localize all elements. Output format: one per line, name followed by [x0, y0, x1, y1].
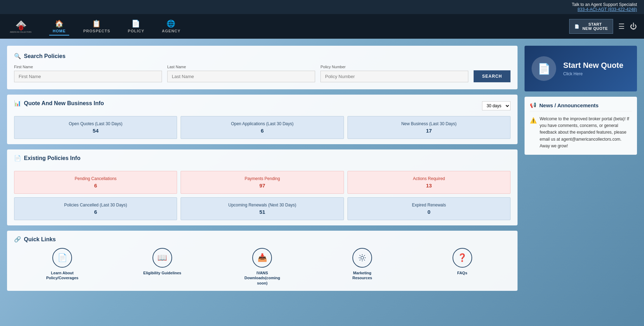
svg-point-7: [361, 256, 364, 259]
svg-line-14: [364, 255, 365, 256]
open-quotes-card[interactable]: Open Quotes (Last 30 Days) 54: [14, 116, 177, 139]
policy-number-input[interactable]: [320, 71, 468, 82]
search-icon: 🔍: [14, 53, 21, 59]
navigation: AMERICAN COLLECTORS 🏠 HOME 📋 PROSPECTS 📄…: [0, 14, 644, 39]
first-name-group: First Name: [14, 65, 162, 82]
start-quote-card[interactable]: 📄 Start New Quote Click Here: [525, 46, 637, 91]
svg-line-12: [360, 255, 360, 256]
policies-stats-grid: Pending Cancellations 6 Payments Pending…: [14, 171, 510, 220]
main-wrapper: 🔍 Search Policies First Name Last Name P…: [0, 39, 644, 326]
search-section: 🔍 Search Policies First Name Last Name P…: [7, 46, 518, 89]
warning-icon: ⚠️: [530, 116, 537, 149]
nav-agency[interactable]: 🌐 AGENCY: [158, 18, 184, 36]
new-business-card[interactable]: New Business (Last 30 Days) 17: [347, 116, 510, 139]
news-title: 📢 News / Announcements: [530, 102, 632, 111]
link-icon: 🔗: [14, 236, 21, 243]
svg-line-13: [364, 260, 365, 260]
quick-links-grid: 📄 Learn About Policy/Coverages 📖 Eligibi…: [14, 248, 510, 286]
open-applications-card[interactable]: Open Applications (Last 30 Days) 6: [181, 116, 344, 139]
quote-section-header: 📊 Quote And New Business Info 30 days 60…: [14, 100, 510, 112]
quick-link-ivans[interactable]: 📥 IVANS Downloads(coming soon): [243, 248, 281, 286]
phone-link[interactable]: 833-4-ACI-AGT (833-422-4248): [578, 7, 637, 12]
quick-link-marketing[interactable]: Marketing Resources: [343, 248, 382, 286]
chart-icon: 📊: [14, 100, 21, 107]
policies-section-header: 📄 Existing Policies Info: [14, 155, 510, 167]
svg-line-15: [360, 260, 360, 260]
quick-links-section: 🔗 Quick Links 📄 Learn About Policy/Cover…: [7, 231, 518, 291]
actions-required-card[interactable]: Actions Required 13: [347, 171, 510, 194]
payments-pending-card[interactable]: Payments Pending 97: [181, 171, 344, 194]
policy-number-label: Policy Number: [320, 65, 468, 69]
start-quote-nav-button[interactable]: 📄 STARTNEW QUOTE: [569, 19, 613, 34]
talk-text: Talk to an Agent Support Specialist: [572, 2, 637, 7]
search-title: 🔍 Search Policies: [14, 53, 510, 59]
last-name-group: Last Name: [167, 65, 315, 82]
megaphone-icon: 📢: [530, 102, 536, 108]
power-icon[interactable]: ⏻: [630, 23, 637, 31]
logo-svg: AMERICAN COLLECTORS: [7, 19, 35, 34]
nav-links: 🏠 HOME 📋 PROSPECTS 📄 POLICY 🌐 AGENCY: [49, 18, 569, 36]
hamburger-icon[interactable]: ☰: [618, 22, 625, 31]
home-icon: 🏠: [55, 19, 64, 28]
prospects-icon: 📋: [92, 19, 101, 28]
policies-section: 📄 Existing Policies Info Pending Cancell…: [7, 149, 518, 225]
eligibility-icon: 📖: [152, 248, 172, 268]
document-icon: 📄: [574, 24, 580, 29]
quote-stats-grid: Open Quotes (Last 30 Days) 54 Open Appli…: [14, 116, 510, 139]
policies-cancelled-card[interactable]: Policies Cancelled (Last 30 Days) 6: [14, 197, 177, 220]
svg-text:AMERICAN COLLECTORS: AMERICAN COLLECTORS: [10, 31, 32, 33]
upcoming-renewals-card[interactable]: Upcoming Renewals (Next 30 Days) 51: [181, 197, 344, 220]
start-quote-card-icon: 📄: [532, 56, 556, 81]
svg-point-3: [20, 23, 22, 25]
right-column: 📄 Start New Quote Click Here 📢 News / An…: [525, 46, 637, 319]
quote-section-title: 📊 Quote And New Business Info: [14, 100, 104, 107]
faqs-icon: ❓: [453, 248, 472, 268]
last-name-label: Last Name: [167, 65, 315, 69]
nav-policy[interactable]: 📄 POLICY: [124, 18, 148, 36]
ivans-icon: 📥: [252, 248, 272, 268]
learn-icon: 📄: [52, 248, 72, 268]
quick-link-faqs[interactable]: ❓ FAQs: [443, 248, 482, 286]
news-body: ⚠️ Welcome to the improved broker portal…: [530, 116, 632, 149]
nav-right: 📄 STARTNEW QUOTE ☰ ⏻: [569, 19, 637, 34]
start-quote-card-text: Start New Quote Click Here: [563, 61, 623, 76]
days-select[interactable]: 30 days 60 days 90 days: [482, 101, 510, 110]
top-bar: Talk to an Agent Support Specialist 833-…: [0, 0, 644, 14]
quick-links-title: 🔗 Quick Links: [14, 236, 510, 243]
policy-number-group: Policy Number: [320, 65, 468, 82]
quote-section: 📊 Quote And New Business Info 30 days 60…: [7, 95, 518, 144]
first-name-label: First Name: [14, 65, 162, 69]
last-name-input[interactable]: [167, 71, 315, 82]
marketing-icon: [352, 248, 372, 268]
quick-link-eligibility[interactable]: 📖 Eligibility Guidelines: [143, 248, 182, 286]
logo[interactable]: AMERICAN COLLECTORS: [7, 19, 35, 34]
policy-icon: 📄: [131, 19, 141, 28]
agency-icon: 🌐: [167, 19, 176, 28]
search-button[interactable]: SEARCH: [474, 70, 510, 82]
search-fields: First Name Last Name Policy Number SEARC…: [14, 65, 510, 82]
news-card: 📢 News / Announcements ⚠️ Welcome to the…: [525, 97, 637, 155]
left-column: 🔍 Search Policies First Name Last Name P…: [7, 46, 518, 319]
nav-home[interactable]: 🏠 HOME: [49, 18, 69, 36]
quick-link-learn[interactable]: 📄 Learn About Policy/Coverages: [43, 248, 82, 286]
first-name-input[interactable]: [14, 71, 162, 82]
nav-prospects[interactable]: 📋 PROSPECTS: [80, 18, 114, 36]
policy-doc-icon: 📄: [14, 155, 21, 161]
policies-section-title: 📄 Existing Policies Info: [14, 155, 80, 161]
expired-renewals-card[interactable]: Expired Renewals 0: [347, 197, 510, 220]
pending-cancellations-card[interactable]: Pending Cancellations 6: [14, 171, 177, 194]
